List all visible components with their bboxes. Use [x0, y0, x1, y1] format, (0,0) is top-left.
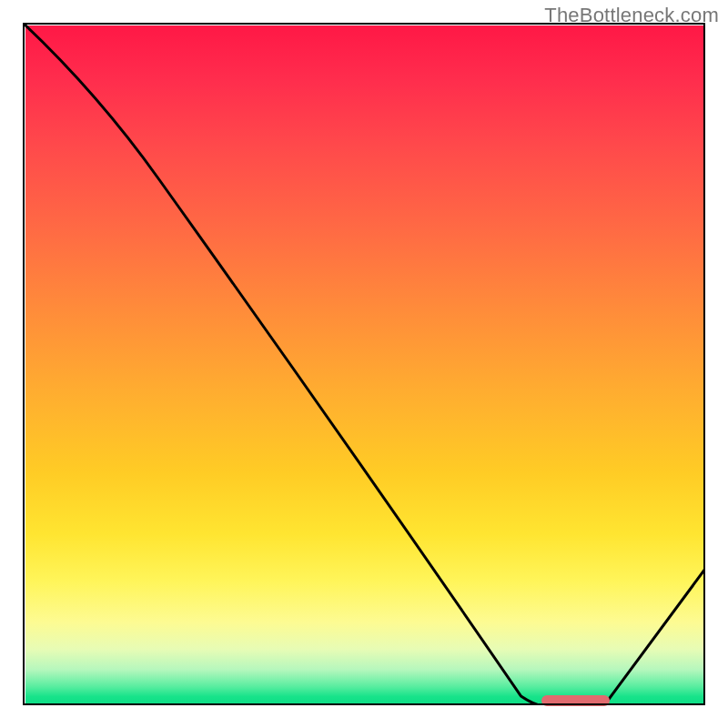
- chart-frame: TheBottleneck.com: [0, 0, 728, 728]
- plot-area: [23, 23, 705, 705]
- bottleneck-curve: [23, 23, 705, 705]
- curve-layer: [23, 23, 705, 705]
- optimal-range-marker: [541, 695, 610, 706]
